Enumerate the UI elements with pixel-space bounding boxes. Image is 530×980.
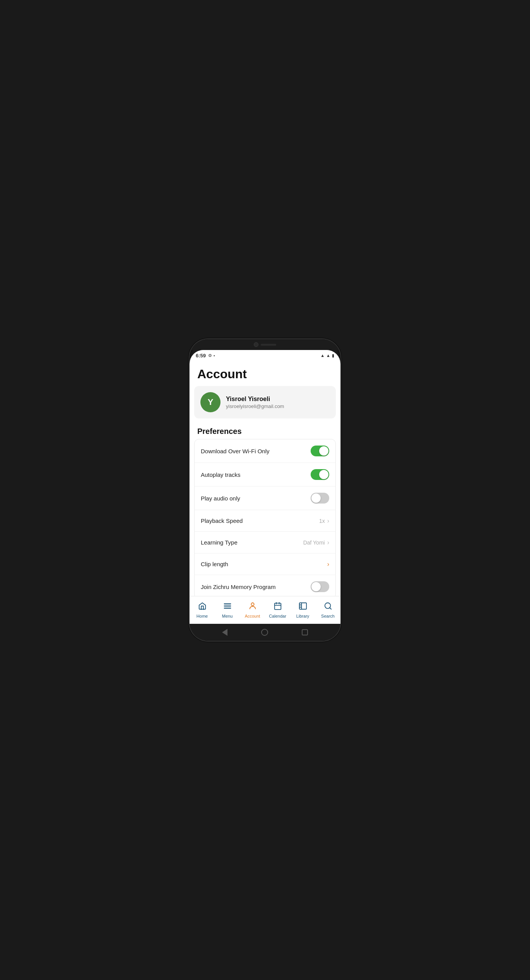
playback-speed-row[interactable]: Playback Speed 1x ›	[195, 510, 335, 532]
download-wifi-toggle-knob	[319, 446, 328, 456]
screen: 6:59 ⚙ ▪ ▲ ▲ ▮ Account Y Yisroel Yisroel…	[190, 350, 340, 624]
playback-speed-value: 1x	[319, 518, 325, 524]
preferences-card: Download Over Wi-Fi Only Autoplay tracks…	[194, 439, 336, 596]
preferences-section-title: Preferences	[190, 425, 340, 439]
nav-search[interactable]: Search	[318, 602, 338, 618]
status-icons: ⚙ ▪	[208, 353, 215, 358]
status-time: 6:59	[196, 353, 206, 359]
download-wifi-toggle[interactable]	[311, 446, 329, 456]
nav-menu[interactable]: Menu	[218, 602, 237, 618]
learning-type-right: Daf Yomi ›	[303, 539, 329, 546]
bottom-nav: Home Menu A	[190, 596, 340, 624]
zichru-row[interactable]: Join Zichru Memory Program	[195, 575, 335, 596]
phone-top-bar	[190, 339, 340, 350]
clip-length-row[interactable]: Clip length ›	[195, 553, 335, 575]
speaker	[261, 344, 276, 346]
playback-speed-right: 1x ›	[319, 517, 329, 524]
svg-point-3	[251, 603, 254, 606]
download-wifi-row[interactable]: Download Over Wi-Fi Only	[195, 439, 335, 463]
clip-length-label: Clip length	[201, 561, 228, 567]
autoplay-toggle-knob	[319, 470, 328, 479]
nav-home-label: Home	[197, 614, 208, 618]
learning-type-row[interactable]: Learning Type Daf Yomi ›	[195, 532, 335, 553]
clip-length-right: ›	[327, 561, 329, 568]
phone-bottom-bar	[190, 624, 340, 641]
signal-icon: ▲	[326, 353, 330, 358]
phone-frame: 6:59 ⚙ ▪ ▲ ▲ ▮ Account Y Yisroel Yisroel…	[190, 339, 340, 641]
nav-library-label: Library	[296, 614, 309, 618]
avatar: Y	[200, 392, 221, 412]
nav-home[interactable]: Home	[193, 602, 212, 618]
account-icon	[248, 602, 257, 613]
nav-search-label: Search	[321, 614, 335, 618]
menu-icon	[223, 602, 232, 613]
page-title: Account	[190, 361, 340, 386]
zichru-toggle-knob	[311, 582, 321, 591]
back-button[interactable]	[222, 629, 227, 636]
status-right-icons: ▲ ▲ ▮	[320, 353, 334, 358]
profile-email: yisroelyisroeli@gmail.com	[226, 403, 284, 409]
profile-card: Y Yisroel Yisroeli yisroelyisroeli@gmail…	[194, 386, 336, 418]
nav-calendar[interactable]: Calendar	[268, 602, 287, 618]
profile-info: Yisroel Yisroeli yisroelyisroeli@gmail.c…	[226, 396, 284, 409]
nav-account[interactable]: Account	[243, 602, 262, 618]
profile-name: Yisroel Yisroeli	[226, 396, 284, 403]
clip-length-chevron: ›	[327, 561, 329, 568]
audio-only-toggle[interactable]	[311, 493, 329, 504]
nav-library[interactable]: Library	[293, 602, 313, 618]
home-button[interactable]	[261, 629, 268, 636]
zichru-label: Join Zichru Memory Program	[201, 584, 275, 590]
autoplay-label: Autoplay tracks	[201, 471, 241, 478]
playback-speed-chevron: ›	[327, 517, 329, 524]
nav-calendar-label: Calendar	[269, 614, 286, 618]
camera	[254, 342, 258, 347]
autoplay-toggle[interactable]	[311, 469, 329, 480]
status-bar: 6:59 ⚙ ▪ ▲ ▲ ▮	[190, 350, 340, 361]
nav-account-label: Account	[245, 614, 260, 618]
library-icon	[299, 602, 307, 613]
svg-line-13	[330, 608, 331, 609]
notch-area	[254, 342, 276, 347]
calendar-icon	[274, 602, 282, 613]
nav-menu-label: Menu	[222, 614, 233, 618]
settings-status-icon: ⚙	[208, 353, 212, 358]
scroll-content[interactable]: Account Y Yisroel Yisroeli yisroelyisroe…	[190, 361, 340, 596]
audio-only-row[interactable]: Play audio only	[195, 487, 335, 510]
search-icon	[324, 602, 332, 613]
learning-type-label: Learning Type	[201, 539, 238, 546]
svg-rect-8	[299, 603, 306, 610]
home-icon	[198, 602, 207, 613]
download-wifi-label: Download Over Wi-Fi Only	[201, 448, 270, 454]
zichru-toggle[interactable]	[311, 581, 329, 592]
audio-only-toggle-knob	[311, 493, 321, 503]
sim-status-icon: ▪	[214, 353, 215, 358]
autoplay-row[interactable]: Autoplay tracks	[195, 463, 335, 487]
recents-button[interactable]	[302, 629, 308, 635]
playback-speed-label: Playback Speed	[201, 517, 243, 524]
learning-type-chevron: ›	[327, 539, 329, 546]
wifi-icon: ▲	[320, 353, 325, 358]
learning-type-value: Daf Yomi	[303, 540, 325, 546]
battery-icon: ▮	[332, 353, 334, 358]
audio-only-label: Play audio only	[201, 495, 240, 502]
svg-rect-4	[274, 603, 281, 610]
